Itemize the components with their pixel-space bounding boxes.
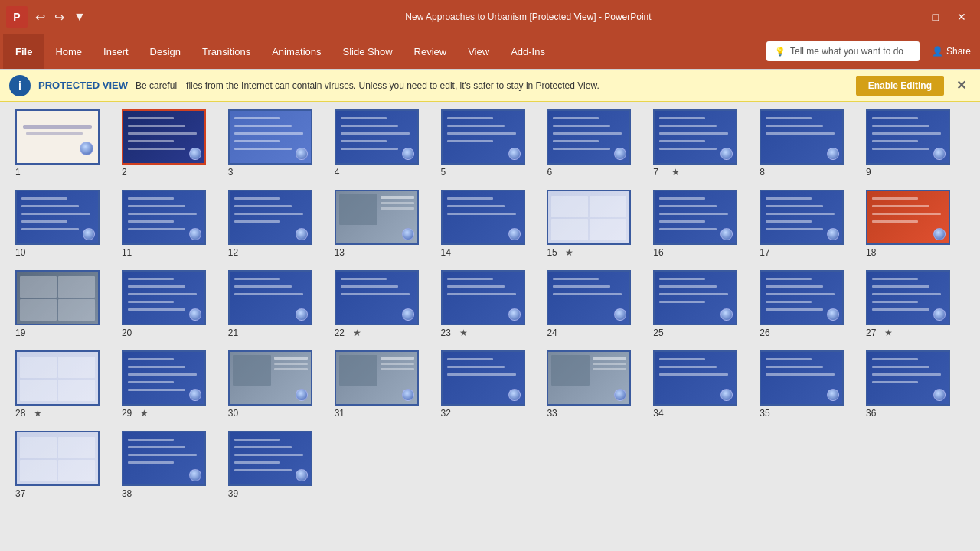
slide-item-15[interactable]: 15★ [547, 190, 645, 258]
slide-thumb-35[interactable] [760, 350, 844, 406]
slide-thumb-7[interactable] [653, 109, 737, 165]
slide-item-14[interactable]: 14 [441, 190, 540, 258]
slide-item-13[interactable]: 13 [335, 190, 433, 258]
star-icon-15[interactable]: ★ [565, 247, 573, 258]
slide-thumb-25[interactable] [653, 270, 737, 325]
slide-item-22[interactable]: 22★ [335, 270, 433, 338]
slide-thumb-15[interactable] [547, 190, 631, 245]
protected-view-close[interactable]: ✕ [952, 77, 971, 94]
slide-thumb-11[interactable] [122, 190, 206, 245]
slide-thumb-31[interactable] [335, 350, 419, 406]
slide-item-24[interactable]: 24 [547, 270, 645, 338]
slide-thumb-33[interactable] [547, 350, 631, 406]
slide-item-8[interactable]: 8 [760, 109, 858, 178]
enable-editing-button[interactable]: Enable Editing [856, 76, 944, 96]
slide-thumb-28[interactable] [15, 350, 100, 406]
slide-item-39[interactable]: 39 [228, 431, 327, 499]
share-button[interactable]: 👤 Share [926, 43, 977, 60]
star-icon-23[interactable]: ★ [459, 328, 468, 338]
slide-thumb-5[interactable] [441, 109, 525, 165]
slide-item-27[interactable]: 27★ [866, 270, 965, 338]
slide-item-18[interactable]: 18 [866, 190, 965, 258]
slide-thumb-6[interactable] [547, 109, 631, 165]
tab-review[interactable]: Review [403, 34, 458, 69]
slide-thumb-34[interactable] [653, 350, 737, 406]
slide-thumb-39[interactable] [228, 431, 312, 486]
slide-item-21[interactable]: 21 [228, 270, 327, 338]
slide-thumb-8[interactable] [760, 109, 844, 165]
slide-item-38[interactable]: 38 [122, 431, 220, 499]
slide-thumb-26[interactable] [760, 270, 844, 325]
slide-item-36[interactable]: 36 [866, 350, 965, 419]
star-icon-7[interactable]: ★ [671, 167, 680, 178]
slide-thumb-36[interactable] [866, 350, 950, 406]
tab-home[interactable]: Home [44, 34, 93, 69]
undo-button[interactable]: ↩ [32, 8, 48, 26]
slide-thumb-23[interactable] [441, 270, 525, 325]
slide-thumb-24[interactable] [547, 270, 631, 325]
slide-item-3[interactable]: 3 [228, 109, 327, 178]
slide-thumb-14[interactable] [441, 190, 525, 245]
slide-item-33[interactable]: 33 [547, 350, 645, 419]
slide-item-32[interactable]: 32 [441, 350, 540, 419]
slide-item-26[interactable]: 26 [760, 270, 858, 338]
slide-item-2[interactable]: 2 [122, 109, 220, 178]
slide-item-17[interactable]: 17 [760, 190, 858, 258]
slide-thumb-18[interactable] [866, 190, 950, 245]
slide-item-31[interactable]: 31 [335, 350, 433, 419]
search-box[interactable]: 💡 Tell me what you want to do [766, 41, 920, 61]
slide-thumb-38[interactable] [122, 431, 206, 486]
slide-thumb-22[interactable] [335, 270, 419, 325]
restore-button[interactable]: □ [925, 8, 946, 26]
slide-thumb-30[interactable] [228, 350, 312, 406]
slide-item-20[interactable]: 20 [122, 270, 220, 338]
minimize-button[interactable]: – [900, 8, 922, 26]
slide-item-35[interactable]: 35 [760, 350, 858, 419]
tab-insert[interactable]: Insert [93, 34, 139, 69]
slide-thumb-10[interactable] [15, 190, 100, 245]
slide-item-25[interactable]: 25 [653, 270, 752, 338]
slide-thumb-21[interactable] [228, 270, 312, 325]
tab-animations[interactable]: Animations [261, 34, 332, 69]
tab-view[interactable]: View [457, 34, 500, 69]
slide-item-28[interactable]: 28★ [15, 350, 114, 419]
slide-item-6[interactable]: 6 [547, 109, 645, 178]
slide-item-1[interactable]: 1 [15, 109, 114, 178]
slide-item-30[interactable]: 30 [228, 350, 327, 419]
slide-thumb-1[interactable] [15, 109, 100, 165]
slide-thumb-29[interactable] [122, 350, 206, 406]
slide-thumb-13[interactable] [335, 190, 419, 245]
search-placeholder[interactable]: Tell me what you want to do [790, 46, 903, 57]
slide-item-5[interactable]: 5 [441, 109, 540, 178]
slide-item-16[interactable]: 16 [653, 190, 752, 258]
slide-item-34[interactable]: 34 [653, 350, 752, 419]
tab-transitions[interactable]: Transitions [191, 34, 261, 69]
slide-thumb-37[interactable] [15, 431, 100, 486]
slide-thumb-17[interactable] [760, 190, 844, 245]
slide-item-37[interactable]: 37 [15, 431, 114, 499]
slide-item-11[interactable]: 11 [122, 190, 220, 258]
slide-thumb-4[interactable] [335, 109, 419, 165]
star-icon-29[interactable]: ★ [140, 408, 149, 419]
tab-design[interactable]: Design [139, 34, 191, 69]
star-icon-28[interactable]: ★ [34, 408, 42, 419]
slide-thumb-27[interactable] [866, 270, 950, 325]
tab-addins[interactable]: Add-Ins [500, 34, 556, 69]
slide-thumb-12[interactable] [228, 190, 312, 245]
slide-thumb-20[interactable] [122, 270, 206, 325]
star-icon-27[interactable]: ★ [884, 328, 893, 338]
slide-item-10[interactable]: 10 [15, 190, 114, 258]
tab-slideshow[interactable]: Slide Show [332, 34, 403, 69]
slide-thumb-16[interactable] [653, 190, 737, 245]
redo-button[interactable]: ↪ [51, 8, 67, 26]
slide-item-12[interactable]: 12 [228, 190, 327, 258]
slide-thumb-32[interactable] [441, 350, 525, 406]
slide-thumb-19[interactable] [15, 270, 100, 325]
star-icon-22[interactable]: ★ [353, 328, 361, 338]
customize-quick-access[interactable]: ▼ [70, 8, 89, 25]
slide-thumb-9[interactable] [866, 109, 950, 165]
slide-thumb-2[interactable] [122, 109, 206, 165]
slide-thumb-3[interactable] [228, 109, 312, 165]
slide-item-23[interactable]: 23★ [441, 270, 540, 338]
slide-item-19[interactable]: 19 [15, 270, 114, 338]
